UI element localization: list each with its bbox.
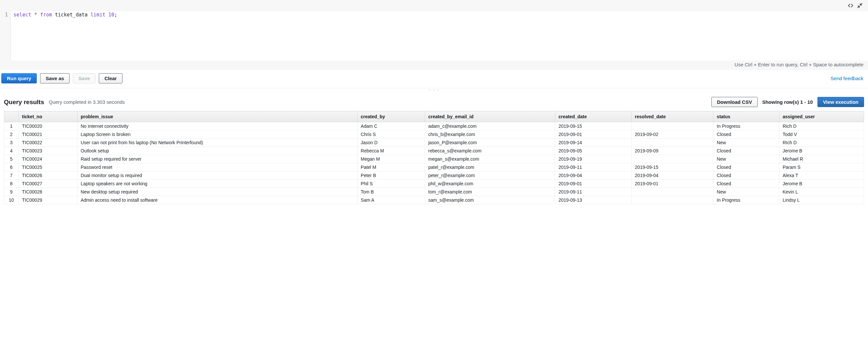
col-header[interactable]: resolved_date: [631, 111, 713, 122]
col-header[interactable]: assigned_user: [779, 111, 864, 122]
sql-editor[interactable]: select * from ticket_data limit 10;: [10, 11, 868, 60]
cell-created_by_email_id: adam_c@example.com: [425, 122, 555, 130]
cell-resolved_date: 2019-09-01: [631, 180, 713, 188]
results-status: Query completed in 3.303 seconds: [49, 99, 125, 105]
cell-created_by: Jason D: [357, 139, 425, 147]
cell-created_by_email_id: jason_P@example.com: [425, 139, 555, 147]
row-number: 4: [4, 147, 19, 155]
cell-problem_issue: Admin access need to install software: [77, 196, 357, 204]
cell-ticket_no: TIC00025: [19, 163, 78, 172]
save-as-button[interactable]: Save as: [40, 73, 70, 84]
table-row[interactable]: 10TIC00029Admin access need to install s…: [4, 196, 864, 204]
table-row[interactable]: 7TIC00026Dual monitor setup is requiredP…: [4, 172, 864, 180]
table-row[interactable]: 2TIC00021Laptop Screen is brokenChris Sc…: [4, 130, 864, 139]
table-row[interactable]: 1TIC00020No internet connectivityAdam Ca…: [4, 122, 864, 130]
cell-created_by_email_id: phil_w@example.com: [425, 180, 555, 188]
run-query-button[interactable]: Run query: [1, 73, 37, 84]
cell-ticket_no: TIC00024: [19, 155, 78, 163]
cell-assigned_user: Kevin L: [779, 188, 864, 196]
cell-created_by: Tom B: [357, 188, 425, 196]
pane-resize-handle[interactable]: ○ ○ ○: [0, 88, 868, 91]
cell-created_date: 2019-09-01: [555, 180, 632, 188]
col-header[interactable]: problem_issue: [77, 111, 357, 122]
cell-ticket_no: TIC00028: [19, 188, 78, 196]
cell-created_by: Peter B: [357, 172, 425, 180]
cell-problem_issue: Password reset: [77, 163, 357, 172]
cell-problem_issue: New desktop setup required: [77, 188, 357, 196]
cell-status: Closed: [713, 130, 779, 139]
table-row[interactable]: 3TIC00022User can not print from his lap…: [4, 139, 864, 147]
cell-resolved_date: [631, 188, 713, 196]
cell-resolved_date: [631, 139, 713, 147]
row-number: 5: [4, 155, 19, 163]
download-csv-button[interactable]: Download CSV: [711, 97, 758, 107]
cell-created_by: Adam C: [357, 122, 425, 130]
cell-created_date: 2019-09-04: [555, 172, 632, 180]
row-number: 10: [4, 196, 19, 204]
cell-created_date: 2019-09-19: [555, 155, 632, 163]
cell-problem_issue: Laptop Screen is broken: [77, 130, 357, 139]
table-row[interactable]: 5TIC00024Raid setup required for serverM…: [4, 155, 864, 163]
row-count-label: Showing row(s) 1 - 10: [762, 99, 813, 105]
row-number: 3: [4, 139, 19, 147]
cell-status: Closed: [713, 163, 779, 172]
row-number: 9: [4, 188, 19, 196]
cell-assigned_user: Rich D: [779, 122, 864, 130]
cell-assigned_user: Alexa T: [779, 172, 864, 180]
col-rownum[interactable]: [4, 111, 19, 122]
cell-assigned_user: RIch D: [779, 139, 864, 147]
table-row[interactable]: 8TIC00027Laptop speakers are not working…: [4, 180, 864, 188]
cell-created_by: Megan M: [357, 155, 425, 163]
cell-ticket_no: TIC00022: [19, 139, 78, 147]
cell-status: In Progress: [713, 122, 779, 130]
cell-created_date: 2019-09-01: [555, 130, 632, 139]
cell-assigned_user: Todd V: [779, 130, 864, 139]
cell-resolved_date: 2019-09-09: [631, 147, 713, 155]
cell-status: New: [713, 188, 779, 196]
send-feedback-link[interactable]: Send feedback: [831, 76, 865, 81]
cell-resolved_date: [631, 196, 713, 204]
col-header[interactable]: status: [713, 111, 779, 122]
query-editor-pane: 1 select * from ticket_data limit 10; Us…: [0, 0, 868, 70]
cell-created_by: Rebecca M: [357, 147, 425, 155]
cell-assigned_user: Jerome B: [779, 147, 864, 155]
table-row[interactable]: 6TIC00025Password resetPatel Mpatel_r@ex…: [4, 163, 864, 172]
cell-problem_issue: Outlook setup: [77, 147, 357, 155]
col-header[interactable]: ticket_no: [19, 111, 78, 122]
row-number: 6: [4, 163, 19, 172]
cell-created_by_email_id: patel_r@example.com: [425, 163, 555, 172]
cell-status: Closed: [713, 180, 779, 188]
results-header: Query results Query completed in 3.303 s…: [0, 91, 868, 111]
cell-status: Closed: [713, 172, 779, 180]
col-header[interactable]: created_date: [555, 111, 632, 122]
view-execution-button[interactable]: View execution: [817, 97, 864, 107]
col-header[interactable]: created_by_email_id: [425, 111, 555, 122]
query-toolbar: Run query Save as Save Clear Send feedba…: [0, 70, 868, 88]
cell-ticket_no: TIC00021: [19, 130, 78, 139]
col-header[interactable]: created_by: [357, 111, 425, 122]
cell-created_by: Sam A: [357, 196, 425, 204]
row-number: 2: [4, 130, 19, 139]
cell-created_date: 2019-09-11: [555, 163, 632, 172]
cell-ticket_no: TIC00027: [19, 180, 78, 188]
cell-ticket_no: TIC00023: [19, 147, 78, 155]
cell-problem_issue: User can not print from his laptop (No N…: [77, 139, 357, 147]
cell-created_date: 2019-09-14: [555, 139, 632, 147]
cell-problem_issue: No internet connectivity: [77, 122, 357, 130]
cell-created_by_email_id: tom_r@example.com: [425, 188, 555, 196]
table-row[interactable]: 4TIC00023Outlook setupRebecca Mrebecca_s…: [4, 147, 864, 155]
editor-hint: Use Ctrl + Enter to run query, Ctrl + Sp…: [0, 60, 868, 70]
cell-assigned_user: Param S: [779, 163, 864, 172]
results-table: ticket_no problem_issue created_by creat…: [4, 111, 864, 204]
cell-created_date: 2019-09-11: [555, 188, 632, 196]
clear-button[interactable]: Clear: [99, 73, 122, 84]
table-row[interactable]: 9TIC00028New desktop setup requiredTom B…: [4, 188, 864, 196]
cell-problem_issue: Laptop speakers are not working: [77, 180, 357, 188]
cell-resolved_date: 2019-09-15: [631, 163, 713, 172]
collapse-icon[interactable]: [857, 3, 863, 9]
cell-problem_issue: Dual monitor setup is required: [77, 172, 357, 180]
code-icon[interactable]: [848, 3, 854, 9]
cell-assigned_user: Lindsy L: [779, 196, 864, 204]
cell-created_date: 2019-09-05: [555, 147, 632, 155]
cell-ticket_no: TIC00029: [19, 196, 78, 204]
